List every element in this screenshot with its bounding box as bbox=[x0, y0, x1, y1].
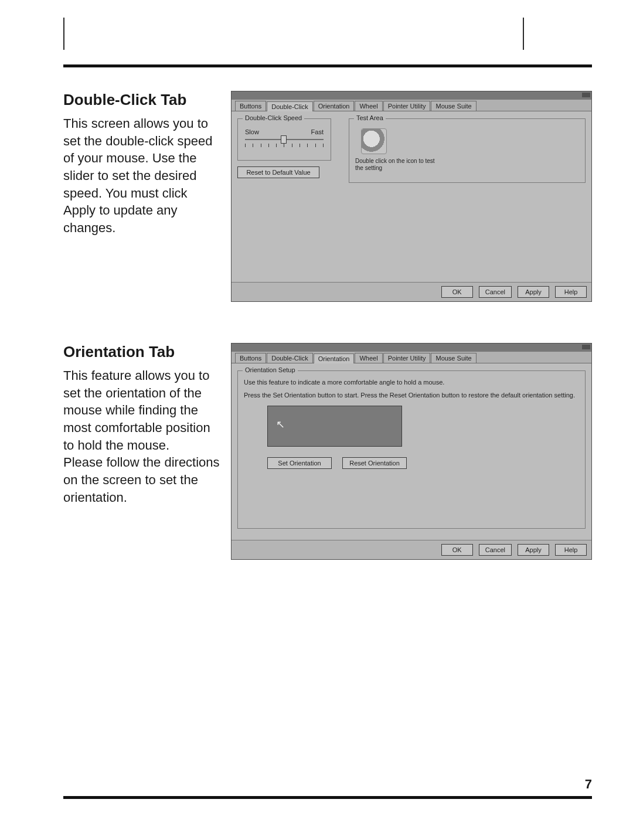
test-area-icon[interactable] bbox=[361, 128, 387, 154]
orientation-instruction-1: Use this feature to indicate a more comf… bbox=[244, 378, 579, 386]
tab-orientation[interactable]: Orientation bbox=[314, 353, 355, 363]
group-title-orientation: Orientation Setup bbox=[243, 366, 298, 373]
titlebar-buttons-icon bbox=[582, 345, 590, 349]
top-margin-tick-right bbox=[523, 18, 524, 50]
page-number: 7 bbox=[585, 777, 592, 792]
orientation-instruction-2: Press the Set Orientation button to star… bbox=[244, 391, 579, 399]
cancel-button[interactable]: Cancel bbox=[479, 286, 512, 298]
ok-button[interactable]: OK bbox=[441, 544, 473, 556]
apply-button[interactable]: Apply bbox=[518, 286, 549, 298]
screenshot-orientation-dialog: Buttons Double-Click Orientation Wheel P… bbox=[231, 343, 592, 560]
apply-button[interactable]: Apply bbox=[518, 544, 549, 556]
dialog-titlebar bbox=[232, 344, 591, 352]
bottom-rule bbox=[63, 796, 592, 799]
group-orientation-setup: Orientation Setup Use this feature to in… bbox=[237, 370, 586, 529]
tab-mouse-suite[interactable]: Mouse Suite bbox=[431, 353, 476, 363]
content-frame: Double-Click Tab This screen allows you … bbox=[63, 64, 592, 799]
top-rule bbox=[63, 64, 592, 67]
tab-wheel[interactable]: Wheel bbox=[355, 101, 382, 111]
top-margin-tick-left bbox=[63, 18, 64, 50]
tab-double-click[interactable]: Double-Click bbox=[267, 353, 312, 363]
test-area-caption: Double click on the icon to test the set… bbox=[355, 158, 437, 172]
reset-orientation-button[interactable]: Reset Orientation bbox=[342, 457, 407, 469]
double-click-speed-slider[interactable] bbox=[244, 138, 325, 152]
tab-strip: Buttons Double-Click Orientation Wheel P… bbox=[232, 100, 591, 111]
tab-buttons[interactable]: Buttons bbox=[235, 353, 266, 363]
group-test-area: Test Area Double click on the icon to te… bbox=[349, 118, 586, 183]
group-double-click-speed: Double-Click Speed Slow Fast bbox=[237, 118, 331, 161]
cancel-button[interactable]: Cancel bbox=[479, 544, 512, 556]
help-button[interactable]: Help bbox=[555, 544, 587, 556]
tab-strip: Buttons Double-Click Orientation Wheel P… bbox=[232, 352, 591, 363]
heading-double-click: Double-Click Tab bbox=[63, 91, 222, 109]
tab-pointer-utility[interactable]: Pointer Utility bbox=[383, 353, 431, 363]
orientation-preview-canvas: ↖ bbox=[267, 406, 402, 447]
tab-double-click[interactable]: Double-Click bbox=[267, 101, 312, 111]
label-fast: Fast bbox=[311, 128, 324, 135]
group-title-speed: Double-Click Speed bbox=[243, 114, 304, 121]
body-double-click: This screen allows you to set the double… bbox=[63, 115, 222, 237]
help-button[interactable]: Help bbox=[555, 286, 587, 298]
section-orientation: Orientation Tab This feature allows you … bbox=[63, 343, 592, 560]
titlebar-buttons-icon bbox=[582, 93, 590, 97]
ok-button[interactable]: OK bbox=[441, 286, 473, 298]
label-slow: Slow bbox=[245, 128, 259, 135]
page-footer: 7 bbox=[63, 796, 592, 799]
body-orientation: This feature allows you to set the orien… bbox=[63, 367, 222, 506]
dialog-footer: OK Cancel Apply Help bbox=[232, 540, 591, 559]
cursor-icon: ↖ bbox=[276, 418, 289, 431]
tab-wheel[interactable]: Wheel bbox=[355, 353, 382, 363]
tab-mouse-suite[interactable]: Mouse Suite bbox=[431, 101, 476, 111]
section-double-click: Double-Click Tab This screen allows you … bbox=[63, 91, 592, 302]
set-orientation-button[interactable]: Set Orientation bbox=[267, 457, 332, 469]
heading-orientation: Orientation Tab bbox=[63, 343, 222, 361]
screenshot-double-click-dialog: Buttons Double-Click Orientation Wheel P… bbox=[231, 91, 592, 302]
group-title-test: Test Area bbox=[354, 114, 386, 121]
reset-default-button[interactable]: Reset to Default Value bbox=[237, 166, 319, 178]
tab-buttons[interactable]: Buttons bbox=[235, 101, 266, 111]
dialog-footer: OK Cancel Apply Help bbox=[232, 282, 591, 301]
dialog-titlebar bbox=[232, 91, 591, 100]
tab-pointer-utility[interactable]: Pointer Utility bbox=[383, 101, 431, 111]
tab-orientation[interactable]: Orientation bbox=[314, 101, 355, 111]
